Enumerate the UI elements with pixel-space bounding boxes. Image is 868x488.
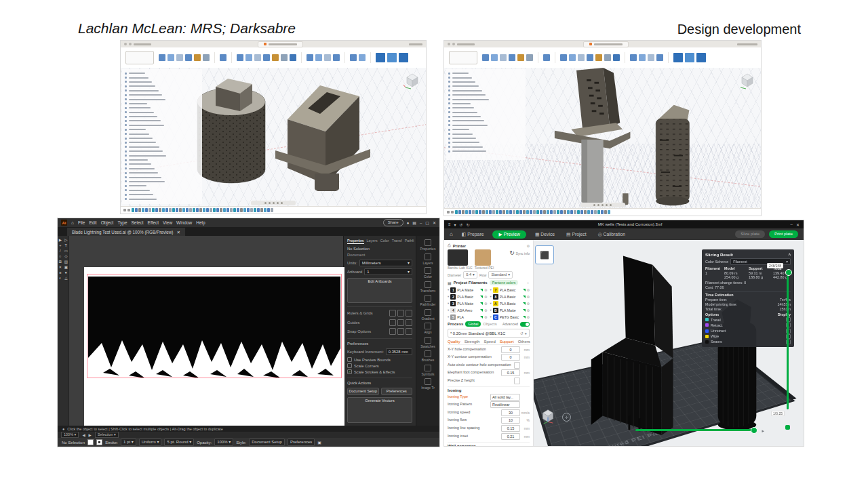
parameter-input[interactable]: 0.21 (501, 433, 520, 440)
process-global-pill[interactable]: Global (465, 321, 481, 327)
timeline-feature-tick[interactable] (530, 210, 532, 214)
move-slider[interactable] (635, 429, 755, 431)
snap-pixel-icon[interactable] (397, 328, 404, 335)
toolbar-tool-icon[interactable] (656, 54, 663, 61)
dock-panel-button[interactable]: Swatches (418, 337, 438, 348)
timeline-feature-tick[interactable] (142, 208, 144, 212)
tools-panel[interactable]: ▶▷+T/▭○◇⊞▤✕▣≡●◐△ (58, 236, 69, 426)
grid-view-icon[interactable]: ▣ (317, 440, 321, 445)
toolbar-tool-icon[interactable] (500, 54, 507, 61)
timeline-feature-tick[interactable] (162, 208, 165, 212)
menu-item[interactable]: Type (117, 220, 127, 225)
timeline-feature-tick[interactable] (496, 210, 498, 214)
menu-item[interactable]: File (78, 220, 85, 225)
timeline-feature-tick[interactable] (179, 208, 182, 212)
tool-icon[interactable]: ▶ (58, 238, 63, 243)
toolbar-tool-icon[interactable] (517, 54, 524, 61)
dock-panel-button[interactable]: Symbols (418, 365, 438, 376)
document-tab[interactable] (583, 41, 629, 47)
workspace-tab[interactable]: ▤ Project (564, 230, 589, 239)
toolbar-tool-icon[interactable] (509, 54, 515, 61)
process-preset-select[interactable]: * 0.20mm Standard @BBL X1C↺ ● (448, 329, 530, 338)
filament-slot[interactable]: ▾ 2 PLA Basic ⚙ (448, 293, 488, 300)
timeline-feature-tick[interactable] (547, 210, 549, 214)
timeline-feature-tick[interactable] (570, 210, 573, 214)
toolbar-tool-icon[interactable] (290, 54, 296, 61)
timeline-feature-tick[interactable] (223, 208, 226, 212)
tool-icon[interactable]: ● (64, 270, 69, 275)
timeline-feature-tick[interactable] (254, 208, 256, 212)
play-preview-icon[interactable]: ▸ (762, 428, 764, 434)
document-tab[interactable] (258, 41, 303, 47)
timeline-feature-tick[interactable] (506, 210, 509, 214)
tab-close-icon[interactable]: ✕ (176, 230, 180, 235)
timeline-feature-tick[interactable] (492, 210, 495, 214)
timeline-feature-tick[interactable] (169, 208, 172, 212)
zoom-level-select[interactable]: 100% ▾ (61, 432, 79, 438)
snap-point-icon[interactable] (406, 328, 412, 335)
filament-settings-icon[interactable]: ⚙ (527, 302, 530, 306)
menu-item[interactable]: View (163, 220, 172, 225)
dock-panel-button[interactable]: Layers (418, 253, 438, 265)
timeline-feature-tick[interactable] (152, 208, 155, 212)
menu-item[interactable]: Effect (148, 220, 159, 225)
tool-icon[interactable]: ▷ (64, 238, 69, 243)
parameter-input[interactable]: Rectilinear (490, 401, 520, 408)
timeline-feature-tick[interactable] (165, 208, 168, 212)
toolbar-tool-icon[interactable] (491, 54, 498, 61)
filament-slot[interactable]: ▾ 8 PLA Basic ⚙ (490, 293, 530, 300)
toolbar-tool-icon[interactable] (159, 54, 165, 61)
pantone-colors-pill[interactable]: Pantone colors (490, 280, 519, 285)
dock-panel-button[interactable]: Brushes (418, 350, 438, 362)
layer-slider-handle[interactable] (785, 269, 792, 276)
timeline-feature-tick[interactable] (591, 210, 593, 214)
checkbox[interactable] (347, 357, 352, 362)
filament-settings-icon[interactable]: ⚙ (484, 315, 487, 319)
timeline-feature-tick[interactable] (199, 208, 202, 212)
filament-slot[interactable]: ▾ 7 PLA Basic ⚙ (490, 287, 530, 293)
brush-select[interactable]: Uniform ▾ (139, 439, 162, 446)
toolbar-tool-icon[interactable] (315, 54, 322, 61)
dock-panel-button[interactable]: Pathfinder (418, 295, 438, 306)
share-button[interactable]: Share (383, 219, 403, 226)
toolbar-tool-icon[interactable] (543, 54, 550, 61)
filament-slot[interactable]: ▾ 4 ASA Aero ⚙ (448, 307, 488, 313)
timeline-feature-tick[interactable] (182, 208, 185, 212)
timeline-feature-tick[interactable] (203, 208, 205, 212)
timeline-play-control[interactable] (447, 211, 450, 214)
wall-generator-header[interactable]: Wall generator (448, 442, 530, 446)
maximize-icon[interactable]: ▢ (425, 220, 429, 225)
browser-tree-item[interactable] (125, 197, 199, 201)
preference-checkbox-row[interactable]: Scale Strokes & Effects (347, 369, 412, 374)
move-slider-handle[interactable] (751, 427, 757, 434)
show-guides-icon[interactable] (389, 319, 396, 326)
timeline-feature-tick[interactable] (267, 208, 270, 212)
cad-models[interactable] (520, 68, 751, 209)
toolbar-tool-icon[interactable] (560, 54, 567, 61)
menu-item[interactable]: Object (101, 220, 114, 225)
width-profile-select[interactable]: 5 pt. Round ▾ (164, 439, 194, 446)
home-icon[interactable]: ⌂ (71, 220, 74, 225)
dock-panel-button[interactable]: Gradient (418, 309, 438, 321)
tool-icon[interactable]: + (58, 243, 63, 248)
toolbar-tool-icon[interactable] (167, 54, 174, 61)
toolbar-tool-icon[interactable] (359, 54, 366, 61)
toolbar-tool-icon[interactable] (194, 54, 201, 61)
parameter-input[interactable]: All solid lay... (490, 394, 520, 401)
toolbar-tool-icon[interactable] (245, 54, 252, 61)
timeline-feature-tick[interactable] (519, 210, 522, 214)
timeline-feature-tick[interactable] (601, 210, 604, 214)
timeline-feature-tick[interactable] (135, 208, 138, 212)
timeline-feature-tick[interactable] (240, 208, 243, 212)
tool-icon[interactable]: ✕ (58, 265, 63, 270)
timeline-feature-tick[interactable] (193, 208, 195, 212)
timeline-feature-tick[interactable] (243, 208, 246, 212)
timeline-feature-tick[interactable] (574, 210, 576, 214)
timeline-feature-tick[interactable] (533, 210, 536, 214)
timeline-feature-tick[interactable] (553, 210, 556, 214)
timeline-feature-tick[interactable] (489, 210, 492, 214)
timeline-feature-tick[interactable] (172, 208, 175, 212)
timeline-feature-tick[interactable] (469, 210, 471, 214)
stroke-swatch[interactable] (96, 439, 102, 445)
design-workspace-dropdown[interactable] (449, 51, 477, 64)
